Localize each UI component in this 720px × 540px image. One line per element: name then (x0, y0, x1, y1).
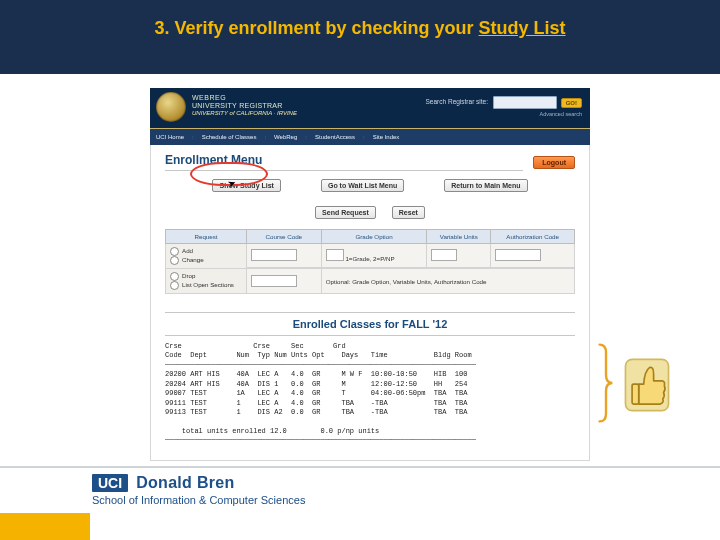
grade-option-input[interactable] (326, 249, 344, 261)
top-nav: UCI Home: Schedule of Classes: WebReg: S… (150, 129, 590, 145)
col-variable-units: Variable Units (427, 230, 491, 244)
slide-title-text: 3. Verify enrollment by checking your (154, 18, 478, 38)
radio-list-open[interactable] (170, 281, 179, 290)
return-main-button[interactable]: Return to Main Menu (444, 179, 527, 192)
search-area: Search Registrar site: GO! Advanced sear… (426, 96, 582, 117)
request-table: Request Course Code Grade Option Variabl… (165, 229, 575, 294)
wait-list-button[interactable]: Go to Wait List Menu (321, 179, 404, 192)
table-row: 99007 TEST 1A LEC A 4.0 GR T 04:00-06:50… (165, 389, 467, 397)
search-go-button[interactable]: GO! (561, 98, 582, 108)
opt-change: Change (182, 256, 204, 263)
optional-hint: Optional: Grade Option, Variable Units, … (321, 269, 574, 294)
var-units-input[interactable] (431, 249, 457, 261)
school-dept: School of Information & Computer Science… (92, 494, 305, 507)
col-course-code: Course Code (247, 230, 322, 244)
thumbs-up-icon (622, 356, 672, 414)
col-grade-option: Grade Option (321, 230, 427, 244)
enrollment-content: Enrollment Menu Logout Show Study List G… (150, 145, 590, 461)
banner-line2: UNIVERSITY REGISTRAR (192, 102, 297, 110)
footer-accent-block (0, 513, 90, 540)
logout-button[interactable]: Logout (533, 156, 575, 169)
col-auth-code: Authorization Code (491, 230, 575, 244)
course-code-input[interactable] (251, 249, 297, 261)
grade-hint: 1=Grade, 2=P/NP (345, 255, 394, 262)
search-input[interactable] (493, 96, 557, 109)
nav-item[interactable]: Site Index (373, 134, 400, 140)
col-request: Request (166, 230, 247, 244)
opt-drop: Drop (182, 272, 195, 279)
opt-list-open: List Open Sections (182, 281, 234, 288)
table-row: 20204 ART HIS 40A DIS 1 0.0 GR M 12:00-1… (165, 380, 467, 388)
table-row: 20200 ART HIS 40A LEC A 4.0 GR M W F 10:… (165, 370, 467, 378)
webreg-screenshot: WEBREG UNIVERSITY REGISTRAR UNIVERSITY o… (150, 88, 590, 461)
school-logo: UCI Donald Bren School of Information & … (92, 474, 305, 507)
uci-seal-icon (156, 92, 186, 122)
enrollment-menu-heading: Enrollment Menu (165, 153, 523, 171)
nav-item[interactable]: StudentAccess (315, 134, 355, 140)
enrolled-classes-title: Enrolled Classes for FALL '12 (165, 312, 575, 336)
opt-add: Add (182, 247, 193, 254)
uci-mark: UCI (92, 474, 128, 492)
slide-title: 3. Verify enrollment by checking your St… (0, 18, 720, 39)
radio-change[interactable] (170, 256, 179, 265)
nav-item[interactable]: UCI Home (156, 134, 184, 140)
site-banner: WEBREG UNIVERSITY REGISTRAR UNIVERSITY o… (150, 88, 590, 129)
study-list-table: Crse Crse Sec Grd Code Dept Num Typ Num … (165, 342, 575, 446)
banner-line1: WEBREG (192, 94, 297, 102)
table-row: 99111 TEST 1 LEC A 4.0 GR TBA -TBA TBA T… (165, 399, 467, 407)
request-options-bottom: Drop List Open Sections (166, 269, 247, 294)
radio-add[interactable] (170, 247, 179, 256)
send-request-button[interactable]: Send Request (315, 206, 376, 219)
advanced-search-link[interactable]: Advanced search (426, 111, 582, 117)
table-row: 99113 TEST 1 DIS A2 0.0 GR TBA -TBA TBA … (165, 408, 467, 416)
study-list-footer: total units enrolled 12.0 0.0 p/np units (165, 427, 379, 435)
footer-separator (0, 466, 720, 468)
banner-text: WEBREG UNIVERSITY REGISTRAR UNIVERSITY o… (192, 94, 297, 117)
bracket-icon (598, 338, 614, 428)
svg-rect-1 (632, 384, 639, 404)
banner-line3: UNIVERSITY of CALIFORNIA · IRVINE (192, 110, 297, 117)
auth-code-input[interactable] (495, 249, 541, 261)
study-list-header: Crse Crse Sec Grd Code Dept Num Typ Num … (165, 342, 472, 359)
school-name: Donald Bren (136, 474, 234, 492)
slide-title-underlined: Study List (479, 18, 566, 38)
action-buttons-row: Send Request Reset (165, 206, 575, 219)
course-code-input-2[interactable] (251, 275, 297, 287)
nav-item[interactable]: Schedule of Classes (202, 134, 257, 140)
search-label: Search Registrar site: (426, 98, 489, 105)
request-options-top: Add Change (166, 244, 247, 269)
nav-item[interactable]: WebReg (274, 134, 297, 140)
reset-button[interactable]: Reset (392, 206, 425, 219)
radio-drop[interactable] (170, 272, 179, 281)
show-study-list-button[interactable]: Show Study List (212, 179, 280, 192)
